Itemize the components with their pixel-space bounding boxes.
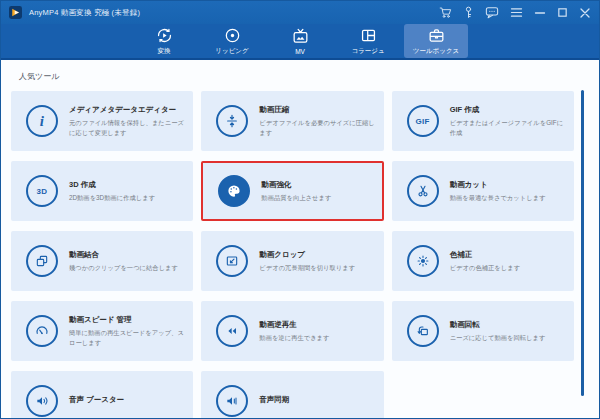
tab-toolbox[interactable]: ツールボックス	[404, 24, 468, 58]
tool-card-color-correction[interactable]: 色補正 ビデオの色補正をします	[392, 231, 574, 291]
speaker-icon	[26, 385, 58, 417]
disc-icon	[223, 26, 242, 45]
menu-icon[interactable]	[510, 7, 523, 18]
tab-label: MV	[295, 48, 305, 55]
tool-title: 3D 作成	[69, 180, 155, 190]
tool-title: 動画カット	[450, 180, 546, 190]
tool-desc: ビデオまたはイメージファイルをGIFに作成	[450, 118, 568, 136]
tool-desc: 幾つかのクリップを一つに結合します	[69, 263, 178, 272]
merge-icon	[26, 245, 58, 277]
scissors-icon	[407, 175, 439, 207]
speedometer-icon	[26, 315, 58, 347]
tool-desc: ビデオの冗長期間を切り取ります	[259, 263, 355, 272]
tool-title: 色補正	[450, 250, 520, 260]
cart-icon[interactable]	[439, 6, 452, 19]
tool-desc: 2D動画を3D動画に作成します	[69, 193, 155, 202]
maximize-button[interactable]	[557, 7, 568, 18]
rotate-icon	[407, 315, 439, 347]
tool-desc: ビデオファイルを必要のサイズに圧縮します	[259, 118, 377, 136]
palette-icon	[218, 175, 250, 207]
tab-ripping[interactable]: リッピング	[200, 24, 264, 58]
feedback-icon[interactable]	[485, 6, 499, 19]
tool-title: 動画クロップ	[259, 250, 355, 260]
convert-icon	[155, 26, 174, 45]
tv-icon	[291, 27, 310, 46]
tab-label: 変換	[158, 47, 171, 56]
main-nav: 変換 リッピング MV コラージュ	[1, 24, 599, 60]
tool-title: 動画結合	[69, 250, 178, 260]
sun-icon	[407, 245, 439, 277]
compress-icon	[216, 105, 248, 137]
tool-card-video-speed-controller[interactable]: 動画スピード 管理 簡単に動画の再生スピードをアップ、スローします	[11, 301, 193, 361]
tool-title: 音声同期	[259, 395, 289, 405]
speaker-sync-icon	[216, 385, 248, 417]
tool-title: 音声 ブースター	[69, 395, 124, 405]
tool-card-3d-maker[interactable]: 3D 3D 作成 2D動画を3D動画に作成します	[11, 161, 193, 221]
tab-label: ツールボックス	[413, 47, 459, 56]
tool-card-video-merger[interactable]: 動画結合 幾つかのクリップを一つに結合します	[11, 231, 193, 291]
tool-desc: 動画品質を向上させます	[261, 193, 331, 202]
tool-card-video-cutter[interactable]: 動画カット 動画を最適な長さでカットします	[392, 161, 574, 221]
info-icon: i	[26, 105, 58, 137]
tool-desc: 動画を最適な長さでカットします	[450, 193, 546, 202]
gif-icon: GIF	[407, 105, 439, 137]
tab-collage[interactable]: コラージュ	[336, 24, 400, 58]
tool-title: 動画回転	[450, 320, 546, 330]
tool-card-audio-sync[interactable]: 音声同期	[201, 371, 383, 418]
tool-card-video-crop[interactable]: 動画クロップ ビデオの冗長期間を切り取ります	[201, 231, 383, 291]
tool-card-video-compressor[interactable]: 動画圧縮 ビデオファイルを必要のサイズに圧縮します	[201, 91, 383, 151]
tool-desc: 元のファイル情報を保持し、またニーズに応じて変更します	[69, 118, 187, 136]
toolbox-panel: 人気ツール i メディアメタデータエディター 元のファイル情報を保持し、またニー…	[1, 62, 599, 418]
tool-card-video-enhancer[interactable]: 動画強化 動画品質を向上させます	[201, 161, 383, 221]
tool-title: メディアメタデータエディター	[69, 105, 187, 115]
close-button[interactable]	[579, 7, 591, 19]
3d-icon: 3D	[26, 175, 58, 207]
minimize-button[interactable]	[534, 7, 546, 18]
tool-title: 動画強化	[261, 180, 331, 190]
collage-icon	[359, 26, 378, 45]
tool-desc: ニーズに応じて動画を回転します	[450, 333, 546, 342]
toolbox-icon	[427, 26, 446, 45]
vertical-scrollbar[interactable]	[581, 90, 584, 396]
tool-title: 動画圧縮	[259, 105, 377, 115]
tool-card-video-reverser[interactable]: 動画逆再生 動画を逆に再生できます	[201, 301, 383, 361]
title-bar: AnyMP4 動画変換 究極 (未登録)	[1, 1, 599, 24]
register-key-icon[interactable]	[463, 6, 474, 19]
tool-card-video-rotator[interactable]: 動画回転 ニーズに応じて動画を回転します	[392, 301, 574, 361]
rewind-icon	[216, 315, 248, 347]
app-window: AnyMP4 動画変換 究極 (未登録)	[0, 0, 600, 419]
tools-grid: i メディアメタデータエディター 元のファイル情報を保持し、またニーズに応じて変…	[11, 91, 574, 418]
tool-desc: 動画を逆に再生できます	[259, 333, 329, 342]
section-title: 人気ツール	[19, 71, 599, 82]
tool-desc: ビデオの色補正をします	[450, 263, 520, 272]
tab-label: リッピング	[215, 47, 248, 56]
tool-title: GIF 作成	[450, 105, 568, 115]
window-title: AnyMP4 動画変換 究極 (未登録)	[29, 8, 439, 18]
anymp4-logo-icon	[9, 6, 22, 19]
tool-card-gif-maker[interactable]: GIF GIF 作成 ビデオまたはイメージファイルをGIFに作成	[392, 91, 574, 151]
tool-title: 動画スピード 管理	[69, 315, 187, 325]
tab-label: コラージュ	[351, 47, 384, 56]
tool-desc: 簡単に動画の再生スピードをアップ、スローします	[69, 328, 187, 346]
tab-convert[interactable]: 変換	[132, 24, 196, 58]
crop-icon	[216, 245, 248, 277]
tab-mv[interactable]: MV	[268, 24, 332, 58]
tool-title: 動画逆再生	[259, 320, 329, 330]
tool-card-metadata-editor[interactable]: i メディアメタデータエディター 元のファイル情報を保持し、またニーズに応じて変…	[11, 91, 193, 151]
tool-card-audio-booster[interactable]: 音声 ブースター	[11, 371, 193, 418]
